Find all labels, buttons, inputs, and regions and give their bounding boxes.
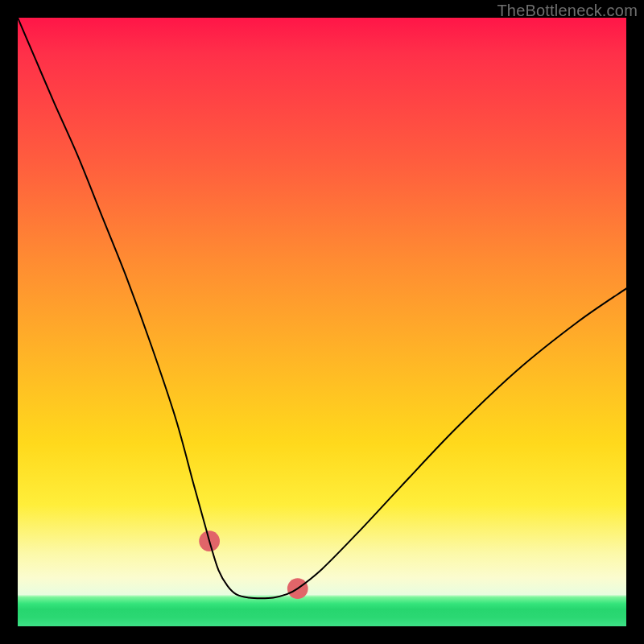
watermark-text: TheBottleneck.com xyxy=(497,2,638,20)
pink-valley-line xyxy=(209,541,298,598)
chart-stage: TheBottleneck.com xyxy=(0,0,644,644)
plot-area xyxy=(18,18,626,626)
black-curve xyxy=(18,18,626,598)
chart-svg xyxy=(18,18,626,626)
pink-valley-highlight xyxy=(199,530,308,599)
